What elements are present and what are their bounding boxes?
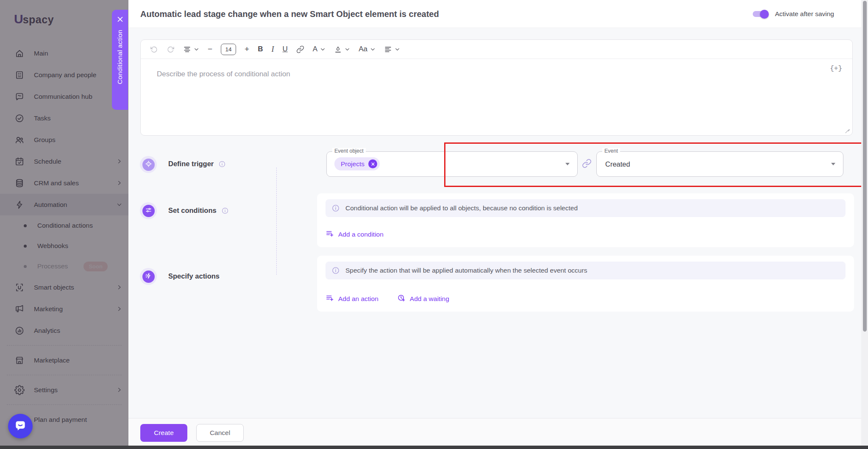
toolbar-text-color-button[interactable]: A xyxy=(310,43,328,55)
toolbar-undo-button xyxy=(147,44,161,55)
chat-bubble-icon xyxy=(14,419,27,433)
info-icon[interactable] xyxy=(218,160,226,168)
redo-icon xyxy=(167,45,175,53)
undo-icon xyxy=(150,45,158,53)
insert-token-button[interactable]: {+} xyxy=(830,65,842,73)
add-action-label: Add an action xyxy=(338,295,378,303)
editor-resize-handle[interactable] xyxy=(845,128,850,133)
step-title: Define trigger xyxy=(168,160,214,168)
cancel-button[interactable]: Cancel xyxy=(196,424,244,442)
add-waiting-label: Add a waiting xyxy=(410,295,449,303)
chip-label: Projects xyxy=(341,160,364,168)
italic-glyph: I xyxy=(272,45,274,54)
activate-after-saving: Activate after saving xyxy=(753,0,834,28)
event-value: Created xyxy=(605,152,630,176)
activate-toggle-label: Activate after saving xyxy=(775,10,834,18)
description-editor: −14+BIUAAa Describe the process of condi… xyxy=(140,39,853,136)
sliders-icon xyxy=(145,206,152,215)
step-label-specify-actions: Specify actions xyxy=(168,272,220,280)
toolbar-fill-color-button[interactable] xyxy=(331,44,353,55)
chevron-down-icon xyxy=(370,47,376,52)
step-title: Set conditions xyxy=(168,206,217,215)
toolbar-underline-button[interactable]: U xyxy=(280,43,290,55)
step-marker-actions xyxy=(140,268,157,285)
panel-header: Automatic lead stage change when a new S… xyxy=(128,0,868,28)
editor-placeholder: Describe the process of conditional acti… xyxy=(157,70,290,78)
step-marker-trigger xyxy=(140,156,157,173)
drawer-tab-label: Conditional action xyxy=(116,30,124,84)
add-condition-label: Add a condition xyxy=(338,231,384,238)
chat-widget-button[interactable] xyxy=(8,414,33,438)
add-condition-button[interactable]: Add a condition xyxy=(326,229,384,240)
steps-connector-line xyxy=(276,167,277,275)
scrollbar-thumb[interactable] xyxy=(863,1,867,332)
info-icon xyxy=(331,266,340,275)
fill-color-icon xyxy=(334,45,342,53)
panel-footer: Create Cancel xyxy=(128,418,868,446)
bold-glyph: B xyxy=(258,45,263,53)
conditions-card: Conditional action will be applied to al… xyxy=(317,193,854,247)
create-button[interactable]: Create xyxy=(140,424,187,442)
chevron-down-icon xyxy=(320,47,326,52)
align-icon xyxy=(384,45,392,53)
actions-banner: Specify the action that will be applied … xyxy=(326,262,846,279)
step-title: Specify actions xyxy=(168,272,220,280)
dropdown-arrow-icon xyxy=(831,163,835,165)
toolbar-text-style-button[interactable]: Aa xyxy=(356,43,378,55)
info-icon xyxy=(331,204,340,212)
toolbar-bold-button[interactable]: B xyxy=(255,43,265,55)
event-object-select[interactable]: Event object Projects xyxy=(326,151,578,177)
activate-toggle[interactable] xyxy=(753,11,768,17)
add-waiting-button[interactable]: Add a waiting xyxy=(397,294,449,304)
clock-plus-icon xyxy=(397,294,406,304)
add-action-button[interactable]: Add an action xyxy=(326,294,378,304)
event-select[interactable]: Event Created xyxy=(596,151,843,177)
toolbar-font-size-button[interactable]: 14 xyxy=(218,42,239,57)
info-icon[interactable] xyxy=(221,207,229,215)
line-spacing-icon xyxy=(183,45,191,53)
actions-banner-text: Specify the action that will be applied … xyxy=(345,267,587,274)
step-label-define-trigger: Define trigger xyxy=(168,160,226,168)
chevron-down-icon xyxy=(194,47,199,52)
chip-remove-icon[interactable] xyxy=(368,159,377,168)
editor-input-area[interactable]: Describe the process of conditional acti… xyxy=(141,59,852,135)
playlist-add-icon xyxy=(326,294,334,304)
font-size-value: 14 xyxy=(221,44,236,55)
toolbar-redo-button xyxy=(164,44,177,55)
decrease-font-glyph: − xyxy=(208,45,212,54)
toolbar-link-button[interactable] xyxy=(294,44,307,55)
toolbar-decrease-font-button[interactable]: − xyxy=(205,43,215,56)
chevron-down-icon xyxy=(395,47,400,52)
page-title: Automatic lead stage change when a new S… xyxy=(140,0,439,28)
conditions-banner-text: Conditional action will be applied to al… xyxy=(345,204,578,212)
screen-bottom-edge xyxy=(0,446,868,449)
text-color-glyph: A xyxy=(313,45,317,53)
dropdown-arrow-icon xyxy=(565,163,570,165)
event-object-label: Event object xyxy=(332,148,366,154)
link-chain-icon xyxy=(582,159,592,170)
close-icon[interactable] xyxy=(116,15,125,24)
conditions-banner: Conditional action will be applied to al… xyxy=(326,199,846,217)
increase-font-glyph: + xyxy=(245,45,249,54)
toolbar-italic-button[interactable]: I xyxy=(269,43,277,56)
toolbar-align-button[interactable] xyxy=(381,44,403,55)
editor-toolbar: −14+BIUAAa xyxy=(141,40,852,59)
step-label-set-conditions: Set conditions xyxy=(168,206,229,215)
toolbar-line-spacing-button[interactable] xyxy=(181,44,202,55)
bolt-icon xyxy=(145,272,152,281)
actions-card: Specify the action that will be applied … xyxy=(317,256,854,312)
event-object-chip: Projects xyxy=(334,157,380,170)
sidebar-dim-overlay xyxy=(0,0,128,446)
app-root: Uspacy MainCompany and peopleCommunicati… xyxy=(0,0,868,449)
chevron-down-icon xyxy=(345,47,350,52)
step-marker-conditions xyxy=(140,202,157,219)
target-icon xyxy=(145,160,152,169)
playlist-add-icon xyxy=(326,229,334,240)
drawer-tab-conditional-action[interactable]: Conditional action xyxy=(112,10,128,110)
underline-glyph: U xyxy=(283,45,288,53)
vertical-scrollbar xyxy=(861,0,868,446)
text-style-glyph: Aa xyxy=(359,45,367,53)
toolbar-increase-font-button[interactable]: + xyxy=(242,43,252,56)
conditional-action-panel: Automatic lead stage change when a new S… xyxy=(128,0,868,446)
link-icon xyxy=(296,45,304,53)
